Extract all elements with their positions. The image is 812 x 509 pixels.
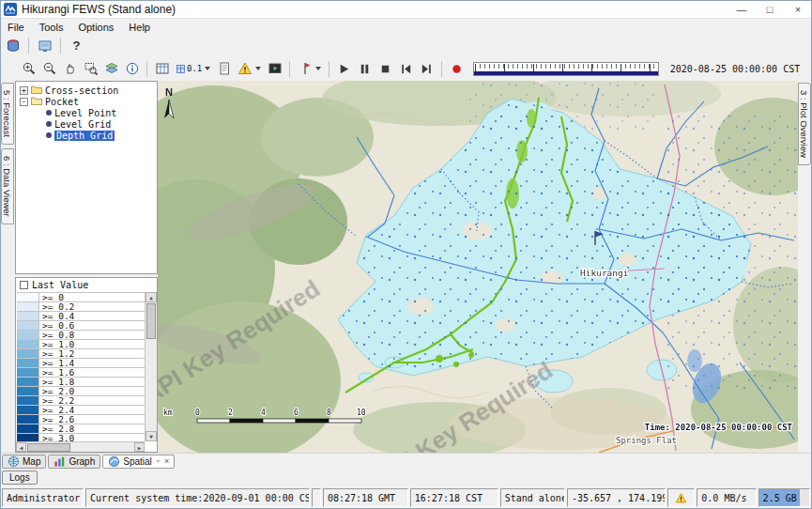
- chevron-down-icon: [315, 67, 321, 70]
- tab-graph[interactable]: Graph: [48, 455, 100, 469]
- legend-vertical-scrollbar[interactable]: ▲ ▼: [145, 292, 157, 441]
- memory-cell[interactable]: 2.5 GB: [758, 488, 810, 507]
- tab-spatial[interactable]: Spatial ▫ ×: [102, 455, 175, 469]
- last-value-label: Last Value: [32, 280, 88, 290]
- layers-icon[interactable]: [101, 59, 121, 78]
- tab-float-icon[interactable]: ▫: [157, 456, 160, 466]
- legend-row[interactable]: >= 1.4: [17, 359, 145, 368]
- document-icon[interactable]: [214, 59, 234, 78]
- logs-button[interactable]: Logs: [2, 470, 38, 485]
- tab-plot-overview[interactable]: 3 : Plot Overview: [798, 83, 811, 165]
- scroll-thumb[interactable]: [146, 303, 156, 339]
- legend-swatch: [17, 340, 39, 348]
- layer-dot-icon: [46, 121, 52, 127]
- tab-close-icon[interactable]: ×: [164, 456, 169, 466]
- tab-data-viewer[interactable]: 6 : Data Viewer: [1, 148, 14, 224]
- pan-hand-icon[interactable]: [60, 59, 80, 78]
- menu-options[interactable]: Options: [70, 21, 121, 34]
- info-button[interactable]: [122, 59, 142, 78]
- timeline-slider[interactable]: [473, 62, 659, 76]
- legend-row[interactable]: >= 0.2: [17, 302, 145, 312]
- network-cell: 0.0 MB/s: [697, 488, 756, 507]
- window-title: Hikurangi FEWS (Stand alone): [22, 3, 176, 16]
- tree-node-level-grid[interactable]: Level Grid: [16, 118, 157, 130]
- menu-help[interactable]: Help: [121, 21, 158, 34]
- legend-row[interactable]: >= 1.0: [17, 340, 145, 349]
- menu-file[interactable]: File: [0, 21, 32, 34]
- legend-row[interactable]: >= 0.4: [17, 312, 145, 321]
- toolbar-separator: [289, 61, 290, 77]
- tree-node-level-point[interactable]: Level Point: [16, 107, 157, 118]
- legend-row[interactable]: >= 0.6: [17, 321, 145, 331]
- tree-node-pocket[interactable]: - Pocket: [16, 96, 157, 107]
- menu-tools[interactable]: Tools: [32, 21, 71, 34]
- legend-label: >= 2.6: [39, 415, 74, 424]
- legend-label: >= 0.2: [39, 302, 74, 311]
- close-button[interactable]: ×: [784, 0, 812, 18]
- status-spacer-cell: [312, 488, 321, 507]
- legend-row[interactable]: >= 1.2: [17, 349, 145, 359]
- legend-horizontal-scrollbar[interactable]: ◀ ▶: [16, 441, 145, 452]
- tree-node-label: Pocket: [45, 97, 79, 107]
- legend-label: >= 2.0: [39, 387, 74, 395]
- legend-row[interactable]: >= 0.8: [17, 331, 145, 340]
- stop-button[interactable]: [375, 59, 395, 78]
- legend-label: >= 2.2: [39, 396, 74, 405]
- zoom-extent-button[interactable]: [81, 59, 100, 78]
- current-datetime: 2020-08-25 00:00:00 CST: [666, 64, 804, 74]
- play-button[interactable]: [334, 59, 354, 78]
- last-value-checkbox[interactable]: [20, 281, 28, 289]
- warning-dropdown[interactable]: [235, 59, 264, 78]
- scroll-up-icon[interactable]: ▲: [146, 292, 157, 302]
- tab-map[interactable]: Map: [2, 455, 46, 469]
- legend-swatch: [17, 293, 39, 301]
- tab-forecast[interactable]: 5 : Forecast: [1, 83, 14, 145]
- tree-node-cross-section[interactable]: + Cross-section: [16, 85, 157, 96]
- tree-expand-icon[interactable]: +: [20, 86, 28, 95]
- layer-dot-icon: [46, 132, 52, 138]
- record-button[interactable]: [447, 59, 467, 78]
- svg-text:6: 6: [294, 409, 299, 417]
- tree-collapse-icon[interactable]: -: [20, 98, 28, 106]
- legend-row[interactable]: >= 2.8: [17, 424, 145, 434]
- minimize-button[interactable]: —: [728, 0, 756, 18]
- legend-row[interactable]: >= 2.4: [17, 406, 145, 415]
- help-button[interactable]: ?: [67, 37, 86, 55]
- svg-text:8: 8: [327, 409, 331, 417]
- grid-value-dropdown[interactable]: 0.1: [173, 59, 213, 78]
- chart-icon: [54, 455, 66, 468]
- status-warning-icon[interactable]: [667, 488, 696, 507]
- screen-play-icon[interactable]: [265, 59, 284, 78]
- legend-row[interactable]: >= 2.2: [17, 396, 145, 406]
- map-viewport[interactable]: API Key Required API Key Required Hikura…: [158, 81, 798, 453]
- tree-node-label-selected: Depth Grid: [54, 131, 115, 141]
- scroll-right-icon[interactable]: ▶: [134, 442, 145, 452]
- grid-display-button[interactable]: [152, 59, 172, 78]
- legend-row[interactable]: >= 2.6: [17, 415, 145, 424]
- tree-node-depth-grid[interactable]: Depth Grid: [16, 130, 157, 141]
- toolbar-separator: [329, 61, 329, 77]
- marker-dropdown[interactable]: [295, 59, 324, 78]
- maximize-button[interactable]: □: [756, 0, 784, 18]
- display-icon[interactable]: [35, 37, 54, 55]
- main-toolbar: ?: [0, 35, 812, 56]
- legend-row[interactable]: >= 1.8: [17, 378, 145, 387]
- scroll-left-icon[interactable]: ◀: [16, 442, 26, 452]
- coordinates-cell: -35.657 , 174.199: [567, 488, 666, 507]
- database-icon[interactable]: [3, 37, 23, 55]
- skip-end-button[interactable]: [417, 59, 437, 78]
- pause-button[interactable]: [355, 59, 375, 78]
- legend-row[interactable]: >= 3.0: [17, 434, 145, 441]
- legend-swatch: [17, 359, 39, 367]
- legend-row[interactable]: >= 1.6: [17, 368, 145, 378]
- legend-swatch: [17, 415, 39, 424]
- zoom-out-button[interactable]: [39, 59, 59, 78]
- skip-start-button[interactable]: [396, 59, 416, 78]
- legend-row[interactable]: >= 0: [17, 293, 145, 302]
- chevron-down-icon: [205, 67, 210, 70]
- legend-row[interactable]: >= 2.0: [17, 387, 145, 396]
- zoom-in-button[interactable]: [19, 59, 38, 78]
- scroll-thumb[interactable]: [27, 443, 70, 452]
- scroll-down-icon[interactable]: ▼: [146, 431, 157, 441]
- layer-dot-icon: [46, 110, 52, 116]
